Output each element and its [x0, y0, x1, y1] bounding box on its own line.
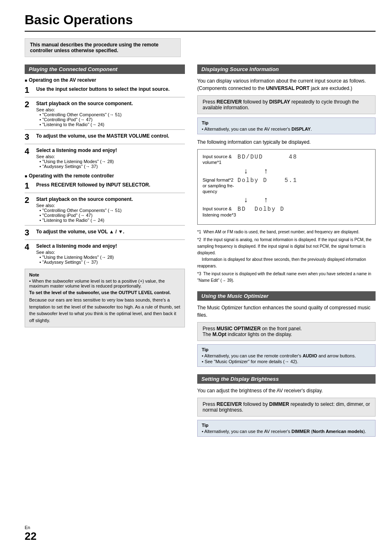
arrow-up-2: ↑ [264, 196, 268, 204]
step-text-remote-1: Press RECEIVER followed by INPUT SELECTO… [36, 182, 185, 188]
step-text-av-4: Select a listening mode and enjoy! [36, 147, 185, 153]
step-sub-av-2: See also: "Controlling Other Components"… [36, 107, 185, 127]
step-num-remote-1: 1 [25, 181, 36, 190]
step-av-1: 1 Use the input selector buttons to sele… [25, 85, 185, 94]
music-optimizer-tip-label: Tip [202, 347, 371, 352]
list-item: "Controlling Other Components" (→ 51) [39, 208, 185, 213]
note-label: Note [29, 272, 180, 277]
step-content-av-1: Use the input selector buttons to select… [36, 85, 185, 92]
intro-box: This manual describes the procedure usin… [25, 38, 181, 57]
music-optimizer-tip: Tip • Alternatively, you can use the rem… [197, 344, 376, 367]
step-content-remote-4: Select a listening mode and enjoy! See a… [36, 242, 185, 265]
footnote-1: *1 When AM or FM radio is used, the band… [197, 229, 376, 235]
displaying-tip: Tip • Alternatively, you can use the AV … [197, 117, 376, 134]
displaying-tip-text: • Alternatively, you can use the AV rece… [202, 127, 371, 131]
arrow-row-1: ↓ ↑ [203, 167, 370, 175]
display-value-2: Dolby D 5.1 [238, 177, 370, 184]
step-sub-remote-4: See also: "Using the Listening Modes" (→… [36, 250, 185, 265]
step-text-av-3: To adjust the volume, use the MASTER VOL… [36, 133, 185, 139]
step-num-remote-3: 3 [25, 228, 36, 237]
step-content-av-3: To adjust the volume, use the MASTER VOL… [36, 132, 185, 139]
list-item: "Controlling Other Components" (→ 51) [39, 112, 185, 117]
step-num-av-3: 3 [25, 132, 36, 141]
brightness-instruction: Press RECEIVER followed by DIMMER repeat… [197, 398, 376, 417]
arrow-down-2: ↓ [244, 196, 248, 204]
list-item: "Audyssey Settings" (→ 37) [39, 164, 185, 169]
list-item: "Audyssey Settings" (→ 37) [39, 260, 185, 265]
display-value-3: BD Dolby D [238, 206, 370, 212]
list-item: "Controlling iPod" (→ 47) [39, 213, 185, 218]
right-column: Displaying Source Information You can di… [197, 64, 376, 441]
step-remote-2: 2 Start playback on the source component… [25, 196, 185, 223]
steps-remote: 1 Press RECEIVER followed by INPUT SELEC… [25, 181, 185, 265]
note-box: Note • When the subwoofer volume level i… [25, 269, 185, 327]
step-num-remote-4: 4 [25, 242, 36, 251]
page-title: Basic Operations [25, 12, 376, 28]
step-content-remote-1: Press RECEIVER followed by INPUT SELECTO… [36, 181, 185, 188]
step-content-av-2: Start playback on the source component. … [36, 100, 185, 127]
step-remote-4: 4 Select a listening mode and enjoy! See… [25, 242, 185, 265]
brightness-tip-label: Tip [202, 423, 371, 428]
step-num-av-4: 4 [25, 147, 36, 156]
music-optimizer-tip-1: • Alternatively, you can use the remote … [202, 353, 371, 358]
display-label-2: Signal format*2or sampling fre-quency [203, 177, 238, 195]
step-content-remote-3: To adjust the volume, use VOL ▲ / ▼. [36, 228, 185, 235]
section-header-displaying: Displaying Source Information [197, 64, 376, 74]
step-av-3: 3 To adjust the volume, use the MASTER V… [25, 132, 185, 141]
displaying-tip-label: Tip [202, 120, 371, 125]
step-num-av-2: 2 [25, 100, 36, 109]
arrow-down-1: ↓ [244, 167, 248, 175]
brightness-para: You can adjust the brightness of the AV … [197, 387, 376, 394]
step-text-av-1: Use the input selector buttons to select… [36, 86, 185, 92]
note-para: Because our ears are less sensitive to v… [29, 297, 180, 324]
page-footer: En 22 [25, 525, 37, 543]
brightness-tip-text: • Alternatively, you can use the AV rece… [202, 429, 371, 434]
music-optimizer-tip-2: • See "Music Optimizer" for more details… [202, 359, 371, 364]
brightness-tip: Tip • Alternatively, you can use the AV … [197, 420, 376, 437]
display-row-2: Signal format*2or sampling fre-quency Do… [203, 177, 370, 195]
music-optimizer-para: The Music Optimizer function enhances th… [197, 304, 376, 319]
step-sub-remote-2: See also: "Controlling Other Components"… [36, 203, 185, 223]
section-header-music-optimizer: Using the Music Optimizer [197, 291, 376, 301]
subsection-label-remote: Operating with the remote controller [25, 173, 185, 179]
note-bullet: • When the subwoofer volume level is set… [29, 279, 180, 288]
footnote-3: *3 The input source is displayed with th… [197, 271, 376, 284]
list-item: "Using the Listening Modes" (→ 28) [39, 159, 185, 164]
list-item: "Using the Listening Modes" (→ 28) [39, 255, 185, 260]
page-number: 22 [25, 530, 37, 543]
step-text-remote-2: Start playback on the source component. [36, 196, 185, 202]
left-column: Playing the Connected Component Operatin… [25, 64, 185, 441]
music-optimizer-instruction: Press MUSIC OPTIMIZER on the front panel… [197, 322, 376, 341]
display-intro-text: The following information can typically … [197, 138, 376, 146]
section-header-brightness: Setting the Display Brightness [197, 374, 376, 384]
displaying-instruction: Press RECEIVER followed by DISPLAY repea… [197, 95, 376, 114]
step-content-av-4: Select a listening mode and enjoy! See a… [36, 147, 185, 169]
step-sub-av-4: See also: "Using the Listening Modes" (→… [36, 154, 185, 169]
step-text-av-2: Start playback on the source component. [36, 101, 185, 106]
arrow-up-1: ↑ [264, 167, 268, 175]
en-label: En [25, 525, 37, 530]
footnote-2: *2 If the input signal is analog, no for… [197, 237, 376, 269]
list-item: "Listening to the Radio" (→ 24) [39, 218, 185, 223]
step-num-av-1: 1 [25, 85, 36, 94]
displaying-para: You can display various information abou… [197, 77, 376, 92]
note-bold-line: To set the level of the subwoofer, use t… [29, 290, 180, 295]
display-row-1: Input source &volume*1 BD/DUD 48 [203, 154, 370, 166]
intro-text: This manual describes the procedure usin… [30, 42, 159, 53]
display-diagram: Input source &volume*1 BD/DUD 48 ↓ ↑ Sig… [197, 149, 376, 225]
step-av-4: 4 Select a listening mode and enjoy! See… [25, 147, 185, 169]
section-header-playing: Playing the Connected Component [25, 64, 185, 74]
step-content-remote-2: Start playback on the source component. … [36, 196, 185, 223]
list-item: "Listening to the Radio" (→ 24) [39, 122, 185, 127]
step-num-remote-2: 2 [25, 196, 36, 205]
display-row-3: Input source &listening mode*3 BD Dolby … [203, 206, 370, 218]
step-text-remote-4: Select a listening mode and enjoy! [36, 243, 185, 249]
subsection-label-av: Operating on the AV receiver [25, 77, 185, 83]
display-label-1: Input source &volume*1 [203, 154, 238, 166]
step-remote-1: 1 Press RECEIVER followed by INPUT SELEC… [25, 181, 185, 190]
step-text-remote-3: To adjust the volume, use VOL ▲ / ▼. [36, 229, 185, 235]
display-value-1: BD/DUD 48 [238, 154, 370, 160]
display-label-3: Input source &listening mode*3 [203, 206, 238, 218]
step-av-2: 2 Start playback on the source component… [25, 100, 185, 127]
steps-av-receiver: 1 Use the input selector buttons to sele… [25, 85, 185, 169]
